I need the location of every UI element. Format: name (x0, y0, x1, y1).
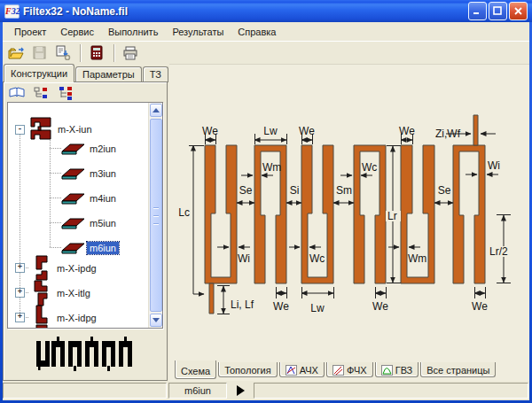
filter-logo (7, 332, 163, 376)
print-button[interactable] (120, 43, 141, 63)
tab-label: ГВЗ (395, 365, 413, 376)
tree-scrollbar[interactable] (148, 103, 162, 328)
tab-fchh[interactable]: ФЧХ (326, 362, 373, 377)
tab-constructions[interactable]: Конструкции (4, 64, 74, 82)
arrow-down-icon (153, 318, 160, 322)
tree-item-m2iun[interactable]: m2iun (60, 141, 119, 156)
dim-wi-low: Wi (238, 252, 250, 265)
tree-item-m3iun[interactable]: m3iun (60, 166, 119, 181)
scrollbar-thumb[interactable] (150, 119, 162, 312)
tree-item-m6iun-selected[interactable]: m6iun (60, 240, 119, 255)
feed-line-input (209, 283, 214, 314)
title-bar[interactable]: F32 Filtex32 - NoName.fil (0, 0, 532, 22)
tree-item-label: m5iun (87, 217, 119, 229)
expand-tree-icon (59, 86, 74, 100)
dim-sm: Sm (336, 184, 352, 197)
open-button[interactable] (6, 43, 27, 63)
collapse-tree-button[interactable] (32, 86, 51, 101)
export-document-icon (55, 45, 71, 60)
tree-item-m-X-ipdg[interactable]: m-X-ipdg (29, 255, 99, 282)
dim-si: Si (290, 184, 300, 197)
hairpin-group-icon (28, 116, 55, 143)
scroll-down-button[interactable] (150, 314, 162, 327)
open-folder-icon (8, 46, 26, 60)
export-button[interactable] (52, 43, 74, 63)
dim-we-1: We (202, 125, 218, 137)
main-toolbar (3, 41, 529, 64)
board-icon (60, 216, 87, 230)
dim-lr2: Lr/2 (489, 245, 508, 258)
tree-expander-plus[interactable]: + (15, 263, 25, 273)
save-button[interactable] (29, 43, 51, 63)
tab-gvz[interactable]: ГВЗ (375, 362, 419, 377)
status-bar: m6iun (3, 381, 529, 400)
minimize-icon (473, 6, 482, 16)
tree-expander-plus[interactable]: + (15, 313, 25, 322)
dim-wm-low: Wm (408, 252, 426, 265)
arrow-up-icon (153, 108, 160, 112)
dim-se-2: Se (438, 184, 451, 197)
dim-we-b3: We (472, 300, 488, 313)
close-button[interactable] (509, 2, 528, 20)
status-current-model: m6iun (168, 383, 227, 399)
dim-wm-top: Wm (262, 161, 281, 174)
resonators (205, 115, 485, 314)
minimize-button[interactable] (468, 2, 487, 20)
tree-item-label: m-X-iun (55, 123, 95, 136)
tab-parameters[interactable]: Параметры (75, 66, 142, 82)
constructions-page: - m-X-iun (3, 81, 168, 381)
dim-lw-bottom: Lw (310, 302, 325, 314)
tab-schema[interactable]: Схема (175, 360, 216, 379)
dim-ziwf: Zi,Wf (435, 128, 461, 140)
menu-help[interactable]: Справка (231, 24, 283, 40)
tree-expander-minus[interactable]: - (15, 125, 25, 135)
tree-item-label: m-X-idpg (54, 312, 99, 324)
tab-achh[interactable]: АЧХ (279, 362, 325, 377)
left-panel: Конструкции Параметры ТЗ (3, 64, 169, 381)
menu-project[interactable]: Проект (7, 24, 53, 40)
book-button[interactable] (7, 86, 27, 101)
resonator-1 (205, 145, 237, 283)
meander-topology-icon (29, 255, 54, 282)
close-icon (513, 6, 523, 16)
group-delay-chart-icon (381, 365, 393, 376)
tree-item-m-X-idpg[interactable]: m-X-idpg (29, 305, 99, 329)
tree-item-label: m3iun (87, 167, 119, 180)
tab-label: ФЧХ (347, 365, 367, 376)
dim-lc: Lc (178, 206, 190, 219)
tree-item-m-X-iun[interactable]: m-X-iun (28, 115, 95, 143)
scroll-up-button[interactable] (150, 104, 162, 117)
maximize-button[interactable] (489, 2, 507, 20)
tab-label: Все страницы (426, 365, 489, 376)
expand-tree-button[interactable] (57, 86, 76, 101)
status-panel-left (3, 383, 167, 399)
dim-we-2: We (299, 125, 315, 137)
toolbar-separator (113, 44, 115, 62)
constructions-tree[interactable]: - m-X-iun (7, 102, 163, 329)
menu-results[interactable]: Результаты (165, 24, 231, 40)
menu-service[interactable]: Сервис (53, 24, 101, 40)
tree-item-m5iun[interactable]: m5iun (60, 215, 119, 230)
tree-item-m-X-itlg[interactable]: m-X-itlg (29, 280, 93, 306)
dim-se-1: Se (239, 184, 253, 197)
feed-line-output (473, 115, 478, 145)
save-icon (33, 46, 47, 60)
tab-tz[interactable]: ТЗ (143, 66, 168, 82)
tree-connector (50, 138, 51, 247)
tab-label: Топология (224, 365, 271, 376)
tree-item-m4iun[interactable]: m4iun (60, 190, 119, 205)
board-icon (60, 167, 87, 181)
tab-topology[interactable]: Топология (218, 362, 278, 377)
meander-topology-icon (29, 305, 54, 329)
current-model-label: m6iun (184, 385, 211, 396)
window-title: Filtex32 - NoName.fil (23, 5, 468, 18)
menu-run[interactable]: Выполнить (101, 24, 165, 40)
calculator-button[interactable] (86, 43, 107, 63)
dim-we-b1: We (273, 300, 289, 313)
tree-expander-plus[interactable]: + (15, 288, 25, 298)
magnitude-chart-icon (286, 365, 297, 376)
filter-schematic: We Lw We We Zi,Wf Lc Li, Lf Se Si Sm Se … (169, 65, 529, 360)
tab-all-pages[interactable]: Все страницы (420, 362, 496, 377)
run-button[interactable] (229, 383, 252, 399)
board-icon (60, 241, 87, 255)
